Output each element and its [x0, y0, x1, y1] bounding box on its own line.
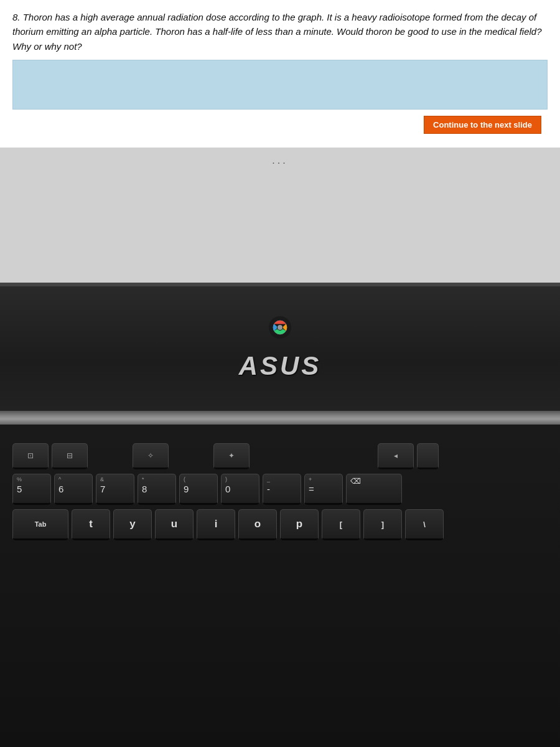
laptop-hinge [0, 411, 560, 425]
key-9[interactable]: ( 9 [179, 474, 218, 505]
continue-button[interactable]: Continue to the next slide [424, 116, 541, 134]
key-9-num: 9 [184, 484, 189, 494]
number-key-row: % 5 ^ 6 & 7 * 8 ( 9 ) 0 [12, 474, 548, 505]
key-partial[interactable] [417, 443, 439, 469]
key-8[interactable]: * 8 [138, 474, 176, 505]
key-6[interactable]: ^ 6 [54, 474, 93, 505]
key-6-num: 6 [58, 484, 63, 494]
key-bracket-open[interactable]: [ [322, 509, 360, 540]
key-backspace[interactable]: ⌫ [346, 474, 402, 505]
key-7[interactable]: & 7 [96, 474, 134, 505]
key-7-num: 7 [100, 484, 105, 494]
key-7-sym: & [100, 476, 104, 483]
keyboard: ⊡ ⊟ ✧ ✦ ◂ % 5 ^ 6 & 7 [12, 443, 548, 582]
key-star[interactable]: ✦ [213, 443, 250, 469]
key-5-sym: % [17, 476, 22, 483]
key-6-sym: ^ [58, 476, 61, 483]
key-dash[interactable]: _ - [263, 474, 301, 505]
key-plus[interactable]: + = [304, 474, 343, 505]
key-brightness[interactable]: ✧ [133, 443, 169, 469]
question-text: 8. Thoron has a high average annual radi… [12, 10, 548, 54]
key-p[interactable]: p [280, 509, 319, 540]
svg-point-3 [278, 325, 282, 330]
key-0[interactable]: ) 0 [221, 474, 259, 505]
key-u[interactable]: u [155, 509, 194, 540]
chrome-icon [269, 316, 291, 339]
key-i[interactable]: i [197, 509, 235, 540]
key-8-num: 8 [142, 484, 147, 494]
answer-input-box[interactable] [12, 60, 548, 110]
key-t[interactable]: t [72, 509, 110, 540]
key-y[interactable]: y [113, 509, 152, 540]
fn-key-row: ⊡ ⊟ ✧ ✦ ◂ [12, 443, 548, 469]
three-dots: ... [0, 148, 560, 170]
screen-area: 8. Thoron has a high average annual radi… [0, 0, 560, 286]
key-5[interactable]: % 5 [12, 474, 51, 505]
key-screenshot[interactable]: ⊡ [12, 443, 49, 469]
key-9-sym: ( [184, 476, 185, 483]
keyboard-area: ⊡ ⊟ ✧ ✦ ◂ % 5 ^ 6 & 7 [0, 425, 560, 747]
slide-content: 8. Thoron has a high average annual radi… [0, 0, 560, 148]
keyboard-bottom-spacer [12, 545, 548, 582]
key-backslash[interactable]: \ [405, 509, 444, 540]
key-0-sym: ) [225, 476, 227, 483]
key-o[interactable]: o [238, 509, 277, 540]
key-tab[interactable]: Tab [12, 509, 68, 540]
key-8-sym: * [142, 476, 144, 483]
key-0-num: 0 [225, 484, 230, 494]
key-mute[interactable]: ◂ [378, 443, 414, 469]
letter-row-1: Tab t y u i o p [ ] \ [12, 509, 548, 540]
key-5-num: 5 [17, 484, 22, 494]
key-bracket-close[interactable]: ] [363, 509, 402, 540]
asus-logo: ASUS [239, 351, 322, 381]
key-window[interactable]: ⊟ [52, 443, 88, 469]
laptop-lid: ASUS [0, 286, 560, 411]
